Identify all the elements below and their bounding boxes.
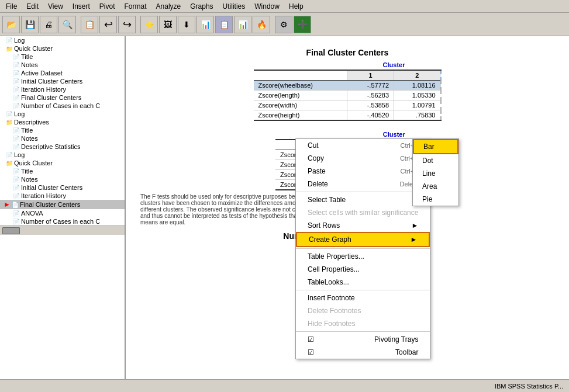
- ctx-create-graph[interactable]: Create Graph ►: [296, 232, 430, 247]
- toolbar: 📂 💾 🖨 🔍 📋 ↩ ↪ ⭐ 🖼 ⬇ 📊 📋 📊 🔥 ⚙ ➕: [0, 13, 569, 36]
- ctx-separator3: [296, 290, 430, 290]
- row-c1: -.40520: [347, 110, 394, 121]
- submenu-bar[interactable]: Bar: [413, 139, 458, 154]
- tree-descriptives[interactable]: 📁 Descriptives: [0, 118, 125, 126]
- toolbar-chart[interactable]: 📊: [196, 16, 214, 33]
- tree-quick-cluster2[interactable]: 📁 Quick Cluster: [0, 159, 125, 167]
- row-label: Zscore(wheelbase): [254, 81, 347, 91]
- ctx-copy[interactable]: Copy Ctrl+C: [296, 152, 430, 165]
- menu-graphs[interactable]: Graphs: [185, 1, 218, 12]
- ctx-cell-properties[interactable]: Cell Properties...: [296, 263, 430, 276]
- ctx-toolbar[interactable]: ☑ Toolbar: [296, 346, 430, 359]
- doc-icon17: 📄: [13, 218, 20, 225]
- tree-log2[interactable]: 📄 Log: [0, 110, 125, 118]
- doc-icon4: 📄: [13, 78, 20, 85]
- col1-header: 1: [347, 70, 394, 81]
- doc-icon7: 📄: [13, 103, 20, 109]
- tree-notes2[interactable]: 📄 Notes: [0, 134, 125, 143]
- tree-iter-history1[interactable]: 📄 Iteration History: [0, 85, 125, 93]
- doc-icon9: 📄: [13, 136, 20, 142]
- active-arrow-icon: ►: [4, 200, 11, 209]
- context-menu: Cut Ctrl+X Copy Ctrl+C Paste Ctrl+V Dele…: [295, 138, 430, 359]
- menu-analyze[interactable]: Analyze: [151, 1, 186, 12]
- pivoting-trays-checkbox-icon: ☑: [308, 335, 314, 344]
- menu-pivot[interactable]: Pivot: [95, 1, 120, 12]
- toolbar-img[interactable]: 🖼: [159, 16, 177, 33]
- menubar: File Edit View Insert Pivot Format Analy…: [0, 0, 569, 13]
- left-panel-scrollbar[interactable]: [0, 226, 125, 235]
- submenu-line[interactable]: Line: [413, 167, 458, 180]
- toolbar-fire[interactable]: 🔥: [253, 16, 270, 33]
- tree-title2[interactable]: 📄 Title: [0, 126, 125, 134]
- toolbar-clipboard[interactable]: 📋: [81, 16, 98, 33]
- tree-title3[interactable]: 📄 Title: [0, 167, 125, 175]
- left-scroll-thumb[interactable]: [2, 227, 20, 234]
- toolbar-add[interactable]: ➕: [294, 16, 311, 33]
- tree-final-cluster2[interactable]: ► 📄 Final Cluster Centers: [0, 200, 125, 209]
- table-row[interactable]: Zscore(wheelbase) -.57772 1.08116: [254, 81, 441, 91]
- main-layout: 📄 Log 📁 Quick Cluster 📄 Title 📄 Notes 📄 …: [0, 36, 569, 379]
- row-label: Zscore(length): [254, 91, 347, 100]
- toolbar-undo[interactable]: ↩: [99, 16, 117, 33]
- ctx-select-sig: Select cells with similar significance: [296, 206, 430, 219]
- submenu-pie[interactable]: Pie: [413, 193, 458, 206]
- row-label: Zscore(width): [254, 100, 347, 110]
- menu-edit[interactable]: Edit: [22, 1, 43, 12]
- menu-format[interactable]: Format: [120, 1, 151, 12]
- menu-insert[interactable]: Insert: [68, 1, 95, 12]
- tree-anova[interactable]: 📄 ANOVA: [0, 209, 125, 217]
- tree-title1[interactable]: 📄 Title: [0, 53, 125, 61]
- cluster-col-header: Cluster: [347, 60, 441, 70]
- doc-icon5: 📄: [13, 86, 20, 93]
- toolbar-bookmark[interactable]: ⭐: [140, 16, 158, 33]
- submenu-dot[interactable]: Dot: [413, 154, 458, 167]
- toolbar-save[interactable]: 💾: [21, 16, 39, 33]
- table-row[interactable]: Zscore(width) -.53858 1.00791: [254, 100, 441, 110]
- doc-icon6: 📄: [13, 95, 20, 101]
- doc-icon: 📄: [13, 54, 20, 60]
- menu-file[interactable]: File: [1, 1, 22, 12]
- toolbar-redo[interactable]: ↪: [118, 16, 136, 33]
- tree-active-dataset[interactable]: 📄 Active Dataset: [0, 69, 125, 77]
- toolbar-gear[interactable]: ⚙: [275, 16, 292, 33]
- toolbar-open[interactable]: 📂: [2, 16, 20, 33]
- sort-rows-arrow-icon: ►: [412, 221, 419, 230]
- toolbar-chart2[interactable]: 📊: [234, 16, 251, 33]
- ctx-sort-rows[interactable]: Sort Rows ►: [296, 219, 430, 232]
- toolbar-down[interactable]: ⬇: [178, 16, 195, 33]
- ctx-cut[interactable]: Cut Ctrl+X: [296, 139, 430, 152]
- ctx-table-properties[interactable]: Table Properties...: [296, 250, 430, 263]
- table-row[interactable]: Zscore(length) -.56283 1.05330: [254, 91, 441, 100]
- ctx-tablelooks[interactable]: TableLooks...: [296, 276, 430, 289]
- doc-icon3: 📄: [13, 70, 20, 77]
- ctx-separator4: [296, 331, 430, 332]
- tree-final-cluster1[interactable]: 📄 Final Cluster Centers: [0, 93, 125, 102]
- menu-utilities[interactable]: Utilities: [218, 1, 250, 12]
- tree-notes1[interactable]: 📄 Notes: [0, 61, 125, 69]
- tree-iter-history2[interactable]: 📄 Iteration History: [0, 192, 125, 200]
- ctx-pivoting-trays[interactable]: ☑ Pivoting Trays: [296, 333, 430, 346]
- tree-initial-cluster2[interactable]: 📄 Initial Cluster Centers: [0, 183, 125, 192]
- ctx-delete[interactable]: Delete Delete: [296, 178, 430, 190]
- tree-output-log1[interactable]: 📄 Log: [0, 36, 125, 44]
- tree-desc-stats[interactable]: 📄 Descriptive Statistics: [0, 143, 125, 151]
- ctx-select-table[interactable]: Select Table: [296, 193, 430, 206]
- ctx-insert-footnote[interactable]: Insert Footnote: [296, 292, 430, 304]
- toolbar-table[interactable]: 📋: [215, 16, 233, 33]
- menu-window[interactable]: Window: [250, 1, 284, 12]
- tree-initial-cluster1[interactable]: 📄 Initial Cluster Centers: [0, 77, 125, 85]
- table-row[interactable]: Zscore(height) -.40520 .75830: [254, 110, 441, 121]
- tree-log3[interactable]: 📄 Log: [0, 151, 125, 159]
- col2-header: 2: [394, 70, 441, 81]
- tree-notes3[interactable]: 📄 Notes: [0, 175, 125, 183]
- tree-quick-cluster1[interactable]: 📁 Quick Cluster: [0, 44, 125, 53]
- create-graph-arrow-icon: ►: [411, 235, 418, 244]
- toolbar-print[interactable]: 🖨: [40, 16, 57, 33]
- submenu-area[interactable]: Area: [413, 180, 458, 193]
- tree-num-cases1[interactable]: 📄 Number of Cases in each C: [0, 102, 125, 110]
- menu-view[interactable]: View: [43, 1, 68, 12]
- ctx-paste[interactable]: Paste Ctrl+V: [296, 165, 430, 178]
- tree-num-cases2[interactable]: 📄 Number of Cases in each C: [0, 217, 125, 226]
- toolbar-search[interactable]: 🔍: [58, 16, 76, 33]
- menu-help[interactable]: Help: [284, 1, 308, 12]
